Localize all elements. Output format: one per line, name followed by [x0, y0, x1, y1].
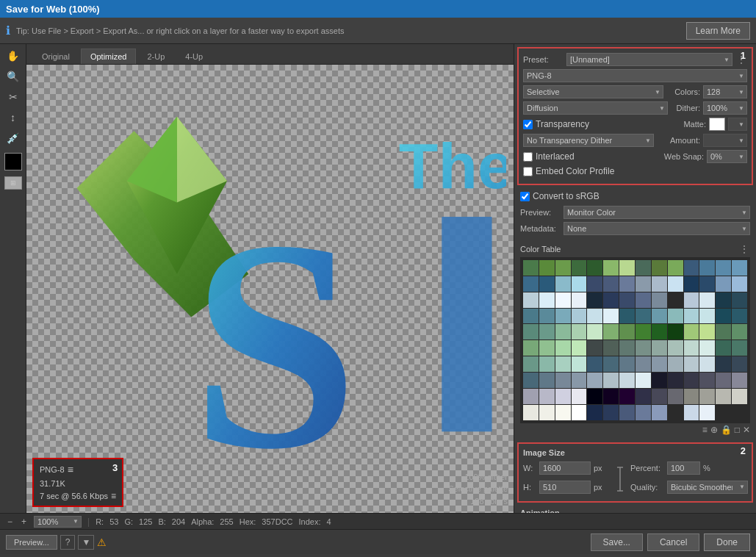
color-cell[interactable]: [684, 340, 699, 356]
percent-input[interactable]: [667, 461, 700, 475]
color-cell[interactable]: [732, 324, 747, 339]
color-cell[interactable]: [555, 292, 571, 308]
color-cell[interactable]: [572, 389, 587, 404]
color-cell[interactable]: [716, 260, 731, 276]
color-cell[interactable]: [523, 405, 539, 420]
color-cell[interactable]: [572, 405, 587, 420]
color-cell[interactable]: [699, 405, 715, 420]
color-cell[interactable]: [699, 340, 715, 356]
color-cell[interactable]: [684, 260, 699, 276]
color-cell[interactable]: [572, 373, 587, 388]
color-cell[interactable]: [652, 356, 667, 372]
color-grid[interactable]: [520, 257, 750, 423]
color-cell[interactable]: [523, 356, 539, 372]
color-cell[interactable]: [732, 340, 747, 356]
convert-srgb-checkbox[interactable]: [520, 192, 530, 201]
color-cell[interactable]: [716, 276, 731, 292]
color-cell[interactable]: [555, 260, 571, 276]
color-cell[interactable]: [619, 373, 635, 388]
ct-tool-4[interactable]: □: [735, 425, 740, 435]
color-cell[interactable]: [636, 340, 651, 356]
color-cell[interactable]: [619, 309, 635, 324]
color-cell[interactable]: [539, 324, 555, 339]
interlaced-checkbox[interactable]: [523, 152, 533, 162]
help-dropdown-button[interactable]: ▼: [78, 535, 94, 550]
color-cell[interactable]: [732, 276, 747, 292]
ct-tool-3[interactable]: 🔒: [721, 425, 732, 435]
color-cell[interactable]: [539, 373, 555, 388]
color-cell[interactable]: [652, 340, 667, 356]
color-cell[interactable]: [539, 405, 555, 420]
color-cell[interactable]: [652, 309, 667, 324]
preview-select[interactable]: Monitor Color: [564, 206, 750, 219]
color-cell[interactable]: [555, 276, 571, 292]
color-cell[interactable]: [619, 356, 635, 372]
color-cell[interactable]: [652, 389, 667, 404]
zoom-select[interactable]: 100%: [34, 516, 82, 528]
tab-2up[interactable]: 2-Up: [137, 48, 174, 64]
color-cell[interactable]: [523, 389, 539, 404]
color-cell[interactable]: [587, 373, 602, 388]
color-cell[interactable]: [603, 292, 619, 308]
color-cell[interactable]: [636, 373, 651, 388]
color-cell[interactable]: [619, 260, 635, 276]
color-cell[interactable]: [555, 356, 571, 372]
color-cell[interactable]: [603, 276, 619, 292]
preview-button[interactable]: Preview...: [6, 535, 57, 550]
color-cell[interactable]: [699, 292, 715, 308]
format-select[interactable]: PNG-8: [523, 69, 747, 82]
ct-tool-1[interactable]: ≡: [702, 425, 708, 435]
color-cell[interactable]: [668, 373, 683, 388]
transparency-dither-select[interactable]: No Transparency Dither: [523, 134, 654, 147]
color-cell[interactable]: [572, 324, 587, 339]
color-cell[interactable]: [652, 276, 667, 292]
color-cell[interactable]: [732, 389, 747, 404]
reduction-select[interactable]: Selective: [523, 85, 663, 98]
color-cell[interactable]: [539, 340, 555, 356]
format-select-wrapper[interactable]: PNG-8: [523, 69, 747, 82]
color-cell[interactable]: [668, 276, 683, 292]
color-cell[interactable]: [555, 389, 571, 404]
dither-value-select[interactable]: 100%: [703, 101, 747, 115]
color-table-menu[interactable]: ⋮: [738, 242, 750, 256]
amount-wrapper[interactable]: [703, 134, 747, 147]
ct-tool-5[interactable]: ✕: [743, 425, 750, 435]
color-cell[interactable]: [699, 324, 715, 339]
color-cell[interactable]: [732, 292, 747, 308]
matte-arrow-wrapper[interactable]: [728, 118, 747, 131]
color-cell[interactable]: [732, 260, 747, 276]
transparency-dither-wrapper[interactable]: No Transparency Dither: [523, 134, 654, 147]
color-cell[interactable]: [716, 324, 731, 339]
color-cell[interactable]: [619, 389, 635, 404]
color-cell[interactable]: [539, 292, 555, 308]
canvas-wrapper[interactable]: S The PNG-8 ≡ 3 31.71K 7 sec @ 56.6 Kbps…: [26, 65, 514, 513]
color-cell[interactable]: [636, 356, 651, 372]
preset-select[interactable]: [Unnamed]: [566, 53, 732, 66]
matte-color-box[interactable]: [709, 118, 725, 131]
color-cell[interactable]: [539, 356, 555, 372]
color-cell[interactable]: [652, 292, 667, 308]
preset-select-wrapper[interactable]: [Unnamed]: [566, 53, 732, 66]
metadata-select[interactable]: None: [564, 222, 750, 235]
color-cell[interactable]: [555, 324, 571, 339]
learn-more-button[interactable]: Learn More: [686, 22, 750, 40]
tab-4up[interactable]: 4-Up: [176, 48, 212, 64]
tab-original[interactable]: Original: [32, 48, 79, 64]
color-cell[interactable]: [539, 260, 555, 276]
color-cell[interactable]: [587, 260, 602, 276]
color-cell[interactable]: [732, 373, 747, 388]
slice-tool[interactable]: ✂: [4, 88, 22, 106]
color-cell[interactable]: [603, 389, 619, 404]
color-cell[interactable]: [699, 260, 715, 276]
zoom-tool[interactable]: 🔍: [4, 68, 22, 85]
preview-select-wrapper[interactable]: Monitor Color: [564, 206, 750, 219]
color-cell[interactable]: [572, 356, 587, 372]
color-cell[interactable]: [587, 340, 602, 356]
color-cell[interactable]: [572, 340, 587, 356]
color-cell[interactable]: [603, 260, 619, 276]
ct-tool-2[interactable]: ⊕: [710, 425, 718, 435]
color-cell[interactable]: [716, 309, 731, 324]
color-cell[interactable]: [684, 324, 699, 339]
color-cell[interactable]: [555, 373, 571, 388]
color-cell[interactable]: [652, 405, 667, 420]
